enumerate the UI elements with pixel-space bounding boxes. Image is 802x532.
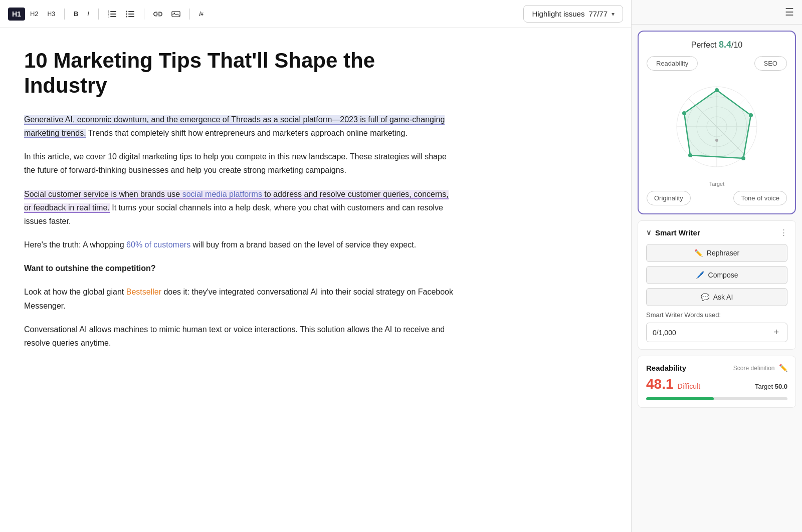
seo-tab[interactable]: SEO	[754, 56, 787, 71]
ask-ai-icon: 💬	[701, 293, 709, 301]
readability-target: Target 50.0	[755, 383, 787, 390]
insert-buttons	[149, 8, 184, 21]
unordered-list-button[interactable]	[122, 8, 139, 21]
svg-rect-8	[128, 16, 134, 17]
svg-point-30	[715, 139, 718, 142]
svg-point-10	[126, 13, 127, 15]
readability-edit-icon[interactable]: ✏️	[779, 364, 787, 372]
svg-point-11	[126, 16, 127, 17]
readability-panel: Readability Score definition ✏️ 48.1 Dif…	[638, 356, 796, 408]
svg-point-29	[682, 111, 686, 115]
toolbar-divider-1	[64, 9, 65, 20]
svg-point-27	[741, 156, 745, 160]
ordered-list-button[interactable]: 123	[104, 8, 121, 21]
paragraph-1: Generative AI, economic downturn, and th…	[24, 113, 457, 140]
subheading-1: Want to outshine the competition?	[24, 261, 457, 275]
menu-icon[interactable]: ☰	[785, 6, 794, 18]
rephraser-button[interactable]: ✏️ Rephraser	[646, 244, 787, 262]
rephraser-label: Rephraser	[707, 249, 739, 257]
toolbar-divider-4	[189, 9, 190, 20]
radar-chart-container	[647, 77, 787, 177]
toolbar: H1 H2 H3 B I 123 Ix	[0, 0, 631, 28]
svg-rect-2	[110, 16, 116, 17]
readability-title: Readability	[646, 364, 686, 372]
svg-rect-1	[110, 14, 116, 15]
readability-header-right: Score definition ✏️	[733, 363, 787, 372]
words-add-button[interactable]: +	[771, 327, 781, 338]
radar-chart	[669, 79, 764, 174]
readability-tab[interactable]: Readability	[647, 56, 698, 71]
smart-writer-title-text: Smart Writer	[655, 228, 700, 237]
readability-header: Readability Score definition ✏️	[646, 363, 787, 372]
sidebar-header: ☰	[632, 0, 802, 25]
svg-rect-7	[128, 14, 134, 15]
bold-button[interactable]: B	[70, 8, 82, 20]
paragraph-6: Conversational AI allows machines to mim…	[24, 323, 457, 350]
clear-format-button[interactable]: Ix	[195, 8, 208, 20]
highlight-issues-count: 77/77	[588, 10, 608, 18]
svg-point-26	[749, 113, 753, 117]
image-button[interactable]	[167, 8, 184, 21]
compose-button[interactable]: 🖊️ Compose	[646, 266, 787, 284]
toolbar-divider-2	[98, 9, 99, 20]
score-panel: Perfect 8.4/10 Readability SEO	[638, 31, 796, 214]
60-percent-link[interactable]: 60% of customers	[126, 240, 190, 249]
compose-label: Compose	[708, 271, 738, 279]
toolbar-divider-3	[144, 9, 144, 20]
svg-text:3: 3	[108, 15, 110, 18]
list-buttons: 123	[104, 8, 139, 21]
editor-content[interactable]: 10 Marketing Tips That'll Shape the Indu…	[0, 28, 481, 532]
h2-button[interactable]: H2	[26, 8, 43, 20]
smart-writer-header: ∨ Smart Writer ⋮	[646, 228, 787, 237]
svg-rect-13	[172, 11, 180, 17]
svg-point-25	[715, 88, 719, 92]
paragraph-2: In this article, we cover 10 digital mar…	[24, 150, 457, 177]
readability-progress-fill	[646, 397, 714, 400]
rephraser-icon: ✏️	[694, 249, 703, 257]
h1-button[interactable]: H1	[8, 8, 25, 21]
smart-writer-title: ∨ Smart Writer	[646, 228, 700, 237]
bestseller-link[interactable]: Bestseller	[126, 288, 161, 296]
smart-writer-info-icon[interactable]: ⋮	[780, 228, 787, 237]
svg-point-28	[688, 153, 692, 157]
editor-area: H1 H2 H3 B I 123 Ix	[0, 0, 632, 532]
ask-ai-label: Ask AI	[713, 293, 733, 301]
score-bottom-tabs: Originality Tone of voice	[647, 191, 787, 205]
svg-rect-6	[128, 11, 134, 12]
link-button[interactable]	[149, 8, 166, 21]
svg-point-9	[126, 11, 127, 12]
score-definition-link[interactable]: Score definition	[733, 365, 775, 372]
score-title: Perfect 8.4/10	[647, 40, 787, 50]
words-count-display: 0/1,000	[653, 329, 676, 337]
originality-tab[interactable]: Originality	[647, 191, 691, 205]
article-title: 10 Marketing Tips That'll Shape the Indu…	[24, 48, 457, 99]
social-media-platforms-link[interactable]: social media platforms	[182, 190, 262, 198]
text-format-buttons: B I	[70, 8, 93, 20]
words-used-label: Smart Writer Words used:	[646, 311, 787, 319]
readability-score-label: Difficult	[678, 382, 701, 390]
svg-rect-0	[110, 11, 116, 12]
svg-marker-23	[684, 90, 751, 158]
compose-icon: 🖊️	[696, 271, 704, 279]
paragraph-5: Look at how the global giant Bestseller …	[24, 285, 457, 312]
italic-button[interactable]: I	[83, 8, 93, 20]
smart-writer-panel: ∨ Smart Writer ⋮ ✏️ Rephraser 🖊️ Compose…	[638, 220, 796, 350]
readability-score-row: 48.1 Difficult Target 50.0	[646, 376, 787, 392]
score-perfect-label: Perfect	[691, 41, 719, 49]
target-label: Target	[647, 181, 787, 187]
highlight-issues-label: Highlight issues	[532, 10, 584, 18]
paragraph-4: Here's the truth: A whopping 60% of cust…	[24, 238, 457, 251]
readability-progress-bar	[646, 397, 787, 400]
words-counter: 0/1,000 +	[646, 323, 787, 342]
ask-ai-button[interactable]: 💬 Ask AI	[646, 288, 787, 306]
highlight-issues-button[interactable]: Highlight issues 77/77 ▾	[523, 5, 623, 23]
tone-of-voice-tab[interactable]: Tone of voice	[733, 191, 787, 205]
score-tabs: Readability SEO	[647, 56, 787, 71]
h3-button[interactable]: H3	[44, 8, 59, 20]
paragraph-3: Social customer service is when brands u…	[24, 187, 457, 228]
heading-buttons: H1 H2 H3	[8, 8, 59, 21]
smart-writer-collapse-icon[interactable]: ∨	[646, 228, 651, 236]
highlight-issues-chevron: ▾	[612, 11, 615, 18]
sidebar: ☰ Perfect 8.4/10 Readability SEO	[632, 0, 802, 532]
readability-score-num: 48.1	[646, 376, 674, 392]
